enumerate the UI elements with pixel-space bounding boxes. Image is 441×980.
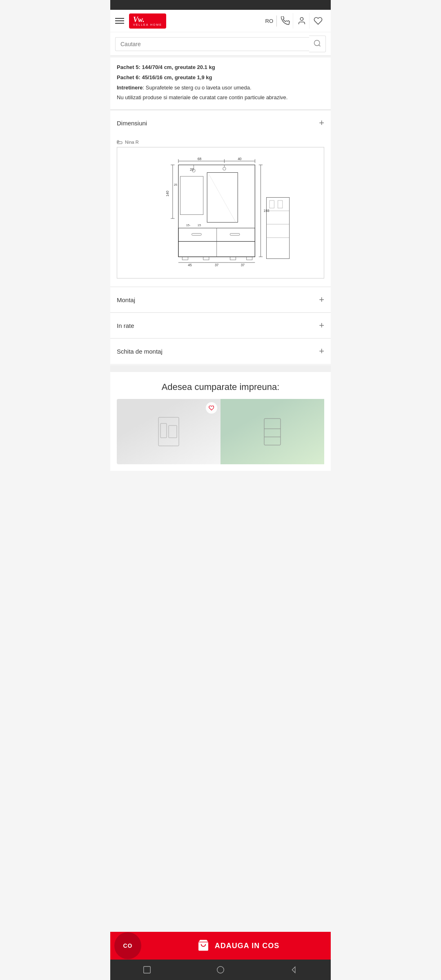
svg-rect-33: [247, 257, 252, 260]
dimensions-content: Nina R 68 40: [110, 136, 331, 287]
header-icons: RO: [262, 13, 326, 29]
wishlist-left-button[interactable]: [206, 402, 217, 414]
svg-rect-21: [207, 173, 238, 223]
user-icon: [297, 16, 306, 25]
svg-text:37: 37: [241, 263, 245, 267]
accordion-schita-label: Schita de montaj: [117, 348, 163, 355]
svg-rect-30: [182, 257, 188, 260]
svg-text:40: 40: [238, 157, 242, 161]
pachet5-text: Pachet 5: 144/70/4 cm, greutate 20.1 kg: [117, 63, 324, 72]
accordion-dimensiuni: Dimensiuni + Nina R 68 40: [110, 110, 331, 287]
accordion-dimensiuni-header[interactable]: Dimensiuni +: [110, 110, 331, 136]
svg-point-0: [300, 18, 303, 20]
logo-text: Vw.: [133, 16, 162, 23]
section-gap: [110, 365, 331, 372]
accordion-montaj-label: Montaj: [117, 296, 135, 303]
svg-text:25: 25: [174, 183, 177, 187]
product-thumb-right[interactable]: [220, 399, 324, 464]
bottom-spacer: [110, 471, 331, 524]
svg-rect-48: [278, 200, 283, 208]
description-section: Pachet 5: 144/70/4 cm, greutate 20.1 kg …: [110, 58, 331, 110]
bed-icon: [117, 140, 122, 144]
svg-text:15: 15: [198, 223, 201, 227]
search-bar: [110, 32, 331, 56]
warning-text: Nu utilizati produse si materiale de cur…: [117, 94, 324, 102]
svg-rect-31: [203, 257, 209, 260]
accordion-montaj-header[interactable]: Montaj +: [110, 287, 331, 312]
phone-icon: [281, 16, 290, 25]
svg-rect-56: [264, 419, 281, 445]
accordion-schita-toggle[interactable]: +: [319, 346, 324, 356]
accordion-dimensiuni-toggle[interactable]: +: [319, 118, 324, 128]
status-bar: [110, 0, 331, 10]
svg-rect-54: [160, 423, 167, 438]
svg-rect-55: [169, 425, 177, 438]
svg-text:20: 20: [190, 167, 194, 172]
often-together-section: Adesea cumparate impreuna:: [110, 372, 331, 471]
often-together-title: Adesea cumparate impreuna:: [117, 382, 324, 392]
accordion-schita: Schita de montaj +: [110, 338, 331, 364]
svg-rect-26: [192, 234, 201, 236]
product-thumb-left[interactable]: [117, 399, 220, 464]
language-button[interactable]: RO: [262, 16, 277, 27]
svg-text:140: 140: [165, 191, 169, 196]
accordion-inrate-header[interactable]: In rate +: [110, 313, 331, 338]
logo[interactable]: Vw. VELLEA HOME: [129, 13, 166, 29]
product-thumbnails: [117, 399, 324, 464]
accordion-inrate-toggle[interactable]: +: [319, 320, 324, 331]
svg-text:37: 37: [215, 263, 219, 267]
svg-text:15-: 15-: [186, 223, 191, 227]
svg-point-50: [223, 167, 226, 171]
intretinere-text: Intretinere: Suprafetele se sterg cu o l…: [117, 84, 324, 92]
svg-rect-27: [230, 234, 239, 236]
svg-rect-32: [230, 257, 236, 260]
menu-button[interactable]: [115, 18, 124, 24]
accordion-montaj: Montaj +: [110, 287, 331, 312]
svg-text:68: 68: [198, 157, 202, 161]
svg-line-22: [209, 174, 236, 222]
diagram-label: Nina R: [117, 140, 324, 145]
heart-icon: [314, 16, 323, 25]
logo-subtext: VELLEA HOME: [133, 23, 162, 26]
main-content: Pachet 5: 144/70/4 cm, greutate 20.1 kg …: [110, 58, 331, 364]
search-button[interactable]: [309, 36, 326, 52]
accordion-schita-header[interactable]: Schita de montaj +: [110, 339, 331, 364]
accordion-dimensiuni-label: Dimensiuni: [117, 120, 147, 127]
svg-text:45: 45: [188, 263, 192, 267]
accordion-inrate-label: In rate: [117, 322, 134, 329]
svg-rect-47: [270, 200, 274, 208]
header: Vw. VELLEA HOME RO: [110, 10, 331, 32]
search-input[interactable]: [115, 37, 309, 51]
svg-point-1: [314, 40, 320, 46]
accordion-inrate: In rate +: [110, 312, 331, 338]
dimension-diagram: 68 40 140: [117, 147, 324, 278]
phone-button[interactable]: [278, 13, 293, 29]
search-icon: [313, 39, 321, 47]
svg-rect-23: [180, 176, 203, 215]
technical-drawing-svg: 68 40 140: [147, 151, 294, 274]
accordion-montaj-toggle[interactable]: +: [319, 294, 324, 305]
pachet6-text: Pachet 6: 45/16/16 cm, greutate 1,9 kg: [117, 74, 324, 82]
account-button[interactable]: [294, 13, 310, 29]
wishlist-button[interactable]: [310, 13, 326, 29]
